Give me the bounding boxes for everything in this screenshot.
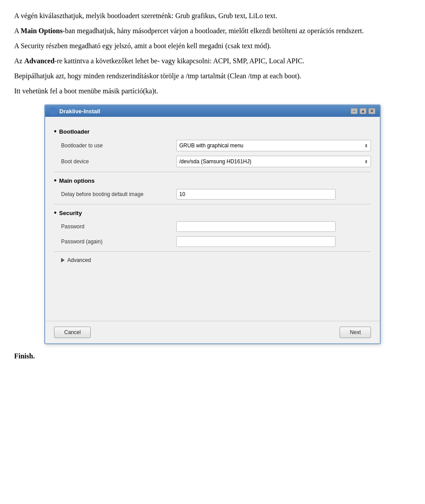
boot-device-select-arrow: ⬍ [364,159,368,164]
intro-para4: Az Advanced-re kattintva a következőket … [14,56,411,66]
titlebar-app-icon [50,108,57,115]
cancel-button[interactable]: Cancel [54,327,91,338]
boot-device-row: Boot device /dev/sda (Samsung HD161HJ) ⬍ [54,156,371,167]
next-button[interactable]: Next [340,327,371,338]
finish-label: Finish. [14,352,411,360]
dialog-spacer [54,268,371,312]
divider-2 [54,204,371,204]
bootloader-select-value: GRUB with graphical menu [179,142,243,149]
dialog-wrapper: Draklive-Install – ▲ ✕ Bootloader Bootlo… [14,104,411,344]
bootloader-select-arrow: ⬍ [364,143,368,148]
delay-input-wrapper [176,189,371,200]
intro-para3: A Security részben megadható egy jelszó,… [14,41,411,51]
section-main-options-header: Main options [54,177,371,185]
password-again-input[interactable] [176,236,336,247]
intro-para1: A végén kiválaszthatjuk, melyik bootload… [14,11,411,21]
intro-para2-suffix: -ban megadhatjuk, hány másodpercet várjo… [62,27,363,35]
divider-1 [54,172,371,172]
boot-device-select[interactable]: /dev/sda (Samsung HD161HJ) ⬍ [176,156,371,167]
dialog-footer: Cancel Next [45,321,380,343]
bootloader-to-use-row: Bootloader to use GRUB with graphical me… [54,140,371,151]
maximize-button[interactable]: ▲ [359,108,367,114]
section-bootloader-label: Bootloader [59,128,90,135]
section-main-options-label: Main options [59,177,95,184]
intro-para6: Itt vehetünk fel a boot menübe másik par… [14,86,411,96]
advanced-label: Advanced [67,257,91,263]
section-security-label: Security [59,210,82,216]
bootloader-to-use-label: Bootloader to use [61,142,176,149]
password-again-input-wrapper [176,236,371,247]
minimize-button[interactable]: – [351,108,358,114]
intro-para5: Bepipálhatjuk azt, hogy minden rendszeri… [14,71,411,81]
delay-row: Delay before booting default image [54,189,371,200]
divider-3 [54,251,371,252]
section-security-header: Security [54,209,371,217]
password-label: Password [61,223,176,230]
delay-label: Delay before booting default image [61,191,176,197]
delay-input[interactable] [176,189,336,200]
password-input[interactable] [176,221,336,232]
bootloader-select[interactable]: GRUB with graphical menu ⬍ [176,140,371,151]
boot-device-select-value: /dev/sda (Samsung HD161HJ) [179,158,251,165]
password-again-row: Password (again) [54,236,371,247]
titlebar-title-group: Draklive-Install [50,108,100,115]
bootloader-select-wrapper: GRUB with graphical menu ⬍ [176,140,371,151]
advanced-row[interactable]: Advanced [54,257,371,263]
password-input-wrapper [176,221,371,232]
intro-section: A végén kiválaszthatjuk, melyik bootload… [14,11,411,96]
dialog-title: Draklive-Install [59,108,100,115]
boot-device-select-wrapper: /dev/sda (Samsung HD161HJ) ⬍ [176,156,371,167]
main-options-bold: Main Options [21,27,63,35]
dialog-titlebar: Draklive-Install – ▲ ✕ [45,105,380,117]
advanced-bold: Advanced [24,57,54,65]
close-button[interactable]: ✕ [368,108,375,114]
password-again-label: Password (again) [61,239,176,245]
password-row: Password [54,221,371,232]
intro-para4-suffix: -re kattintva a következőket lehet be- v… [54,57,304,65]
dialog: Draklive-Install – ▲ ✕ Bootloader Bootlo… [44,104,381,344]
boot-device-label: Boot device [61,158,176,165]
advanced-arrow-icon [61,258,65,262]
dialog-body: Bootloader Bootloader to use GRUB with g… [45,117,380,317]
intro-para2: A Main Options-ban megadhatjuk, hány más… [14,26,411,36]
titlebar-buttons: – ▲ ✕ [351,108,375,114]
section-bootloader-header: Bootloader [54,127,371,135]
